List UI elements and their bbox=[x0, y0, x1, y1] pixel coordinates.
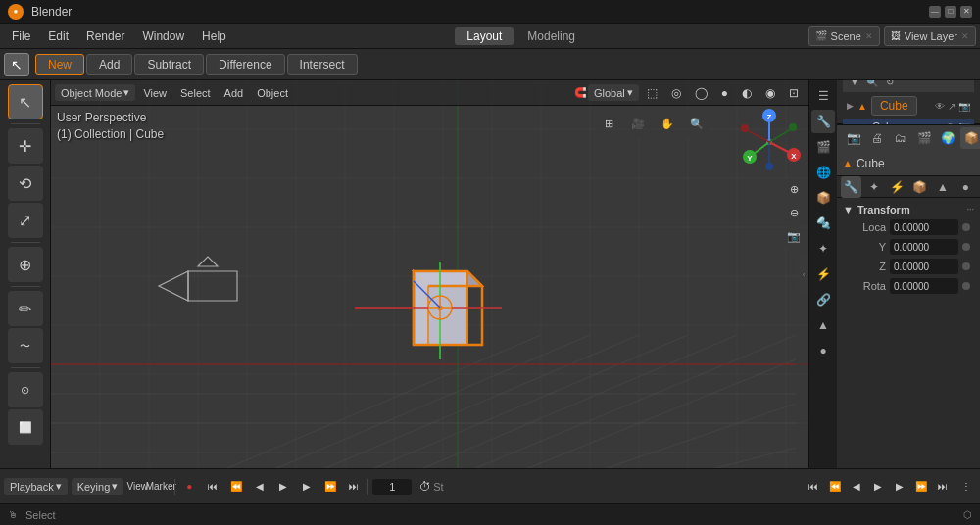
tl-step-back2[interactable]: ◀ bbox=[847, 477, 866, 497]
props-cube-name[interactable]: Cube bbox=[857, 157, 885, 170]
menu-help[interactable]: Help bbox=[194, 27, 234, 45]
location-x-field[interactable]: 0.00000 bbox=[890, 219, 958, 235]
constraints-icon[interactable]: 🔗 bbox=[811, 288, 835, 311]
object-menu[interactable]: Object bbox=[251, 85, 294, 101]
viewport-collapse-handle[interactable]: ‹ bbox=[799, 255, 808, 294]
scale-tool[interactable]: ⤢ bbox=[8, 203, 43, 238]
world-props-icon[interactable]: 🌐 bbox=[811, 161, 835, 184]
pointer-icon[interactable]: ↗ bbox=[948, 101, 956, 112]
cube-expand-icon[interactable]: ▶ bbox=[847, 101, 854, 111]
record-btn[interactable]: ● bbox=[179, 477, 199, 497]
marker-btn[interactable]: Marker bbox=[151, 477, 171, 497]
tab-modeling[interactable]: Modeling bbox=[515, 27, 587, 45]
zoom-icon[interactable]: 🔍 bbox=[683, 110, 710, 137]
output-tab[interactable]: 🖨 bbox=[866, 127, 888, 149]
select-tool[interactable]: ↖ bbox=[8, 84, 43, 119]
add-menu[interactable]: Add bbox=[219, 85, 250, 101]
location-y-field[interactable]: 0.00000 bbox=[890, 239, 958, 255]
physics-icon[interactable]: ⚡ bbox=[811, 262, 835, 286]
particles-icon[interactable]: ✦ bbox=[811, 237, 835, 261]
tab-layout[interactable]: Layout bbox=[455, 27, 514, 45]
viewport-xray-btn[interactable]: ◯ bbox=[689, 84, 713, 102]
tl-extra-btn[interactable]: ⋮ bbox=[956, 477, 976, 497]
scene-props-icon[interactable]: 🎬 bbox=[811, 135, 835, 159]
modifier-props-icon[interactable]: 🔩 bbox=[811, 212, 835, 235]
annotate-tool[interactable]: ✏ bbox=[8, 291, 43, 326]
timeline-view-btn[interactable]: View bbox=[127, 477, 147, 497]
transform-header[interactable]: ▼ Transform ··· bbox=[843, 202, 974, 217]
play-btn[interactable]: ▶ bbox=[273, 477, 293, 497]
keying-dropdown[interactable]: Keying ▾ bbox=[72, 478, 124, 495]
transform-orientation[interactable]: Global ▾ bbox=[588, 84, 639, 101]
scene-tab[interactable]: 🎬 bbox=[913, 127, 935, 149]
measure-tool[interactable]: 〜 bbox=[8, 328, 43, 363]
tl-jump-back2[interactable]: ⏪ bbox=[825, 477, 845, 497]
filter-icon[interactable]: ▼ bbox=[847, 80, 862, 89]
grid-icon[interactable]: ⊞ bbox=[595, 110, 622, 137]
camera-icon[interactable]: 🎥 bbox=[624, 110, 652, 137]
pan-icon[interactable]: ✋ bbox=[654, 110, 681, 137]
rotate-tool[interactable]: ⟲ bbox=[8, 166, 43, 201]
select-menu[interactable]: Select bbox=[174, 85, 217, 101]
scene-selector[interactable]: 🎬 Scene ✕ bbox=[808, 26, 880, 46]
frame-tool[interactable]: ⬜ bbox=[8, 409, 43, 445]
tool-wrench-icon[interactable]: 🔧 bbox=[841, 176, 861, 198]
axis-gizmo[interactable]: Z X Y bbox=[735, 108, 804, 176]
close-button[interactable]: ✕ bbox=[960, 6, 972, 18]
jump-start-btn[interactable]: ⏮ bbox=[203, 477, 222, 497]
data-icon[interactable]: ▲ bbox=[811, 313, 835, 337]
menu-file[interactable]: File bbox=[4, 27, 38, 45]
object-mode-selector[interactable]: Object Mode ▾ bbox=[55, 84, 135, 101]
viewport-overlay-btn[interactable]: ◎ bbox=[665, 84, 687, 102]
data2-tab[interactable]: ▲ bbox=[932, 176, 953, 198]
world-tab[interactable]: 🌍 bbox=[937, 127, 958, 149]
properties-icon[interactable]: 🔧 bbox=[811, 110, 835, 133]
render-tab[interactable]: 📷 bbox=[843, 127, 864, 149]
view-layer-selector[interactable]: 🖼 View Layer ✕ bbox=[884, 26, 976, 46]
subtract-button[interactable]: Subtract bbox=[134, 54, 204, 75]
jump-back-btn[interactable]: ⏪ bbox=[226, 477, 246, 497]
transform-tool[interactable]: ⊕ bbox=[8, 247, 43, 282]
rotation-field[interactable]: 0.00000 bbox=[890, 278, 958, 294]
menu-window[interactable]: Window bbox=[134, 27, 192, 45]
object2-tab[interactable]: 📦 bbox=[909, 176, 930, 198]
playback-dropdown[interactable]: Playback ▾ bbox=[4, 478, 68, 495]
shading-solid[interactable]: ● bbox=[715, 84, 734, 102]
current-frame[interactable]: 1 bbox=[372, 479, 412, 495]
tl-jump-fwd2[interactable]: ⏩ bbox=[911, 477, 931, 497]
step-forward-btn[interactable]: ▶ bbox=[297, 477, 317, 497]
minimize-button[interactable]: — bbox=[929, 6, 941, 18]
physics2-icon[interactable]: ⚡ bbox=[887, 176, 907, 198]
menu-edit[interactable]: Edit bbox=[40, 27, 76, 45]
cube-outliner-name[interactable]: Cube bbox=[871, 96, 917, 116]
shading-material[interactable]: ◐ bbox=[736, 84, 758, 102]
intersect-button[interactable]: Intersect bbox=[287, 54, 358, 75]
step-back-btn[interactable]: ◀ bbox=[250, 477, 270, 497]
difference-button[interactable]: Difference bbox=[206, 54, 284, 75]
particles2-icon[interactable]: ✦ bbox=[863, 176, 884, 198]
zoom-in-btn[interactable]: ⊕ bbox=[783, 178, 805, 200]
new-button[interactable]: New bbox=[35, 54, 84, 75]
tl-jump-start2[interactable]: ⏮ bbox=[804, 477, 823, 497]
sync-icon[interactable]: ↻ bbox=[882, 80, 898, 89]
location-z-field[interactable]: 0.00000 bbox=[890, 259, 958, 274]
tl-play2[interactable]: ▶ bbox=[868, 477, 888, 497]
view-menu[interactable]: View bbox=[137, 85, 172, 101]
viewport-3d[interactable]: Object Mode ▾ View Select Add Object 🧲 G… bbox=[51, 80, 808, 468]
object-props-icon[interactable]: 📦 bbox=[811, 186, 835, 210]
search-outliner-icon[interactable]: 🔍 bbox=[864, 80, 880, 89]
shading-rendered[interactable]: ◉ bbox=[760, 84, 781, 102]
tl-jump-end2[interactable]: ⏭ bbox=[933, 477, 953, 497]
zoom-out-btn[interactable]: ⊖ bbox=[783, 202, 805, 223]
cursor-tool[interactable]: ⊙ bbox=[8, 372, 43, 407]
jump-end-btn[interactable]: ⏭ bbox=[344, 477, 364, 497]
tl-step-fwd2[interactable]: ▶ bbox=[890, 477, 909, 497]
object-tab[interactable]: 📦 bbox=[960, 127, 980, 149]
camera-view-btn[interactable]: 📷 bbox=[783, 225, 805, 247]
move-tool[interactable]: ✛ bbox=[8, 128, 43, 164]
outliner-icon[interactable]: ☰ bbox=[811, 84, 835, 108]
menu-render[interactable]: Render bbox=[78, 27, 132, 45]
view-layer-tab[interactable]: 🗂 bbox=[890, 127, 911, 149]
material-icon[interactable]: ● bbox=[811, 339, 835, 362]
jump-forward-btn[interactable]: ⏩ bbox=[320, 477, 340, 497]
